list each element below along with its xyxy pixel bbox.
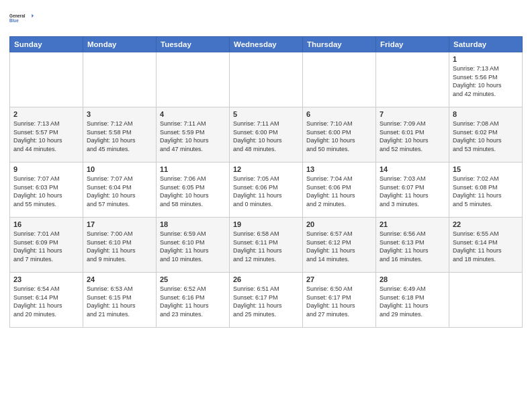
day-info-5: Sunrise: 7:11 AMSunset: 6:00 PMDaylight:… [233, 120, 299, 153]
day-number-26: 26 [233, 275, 299, 283]
empty-cell [157, 52, 230, 107]
day-number-8: 8 [453, 110, 519, 118]
day-4: 4Sunrise: 7:11 AMSunset: 5:59 PMDaylight… [157, 107, 230, 163]
page: General Blue SundayMondayTuesdayWednesda… [0, 0, 532, 411]
weekday-friday: Friday [376, 37, 449, 52]
day-info-25: Sunrise: 6:52 AMSunset: 6:16 PMDaylight:… [160, 285, 226, 318]
week-row-5: 23Sunrise: 6:54 AMSunset: 6:14 PMDayligh… [10, 273, 523, 328]
day-19: 19Sunrise: 6:58 AMSunset: 6:11 PMDayligh… [230, 218, 303, 273]
weekday-wednesday: Wednesday [230, 37, 303, 52]
weekday-saturday: Saturday [449, 37, 523, 52]
day-number-25: 25 [160, 275, 226, 283]
day-info-1: Sunrise: 7:13 AMSunset: 5:56 PMDaylight:… [453, 64, 519, 98]
day-info-2: Sunrise: 7:13 AMSunset: 5:57 PMDaylight:… [13, 120, 79, 153]
day-info-4: Sunrise: 7:11 AMSunset: 5:59 PMDaylight:… [160, 120, 226, 153]
weekday-header-row: SundayMondayTuesdayWednesdayThursdayFrid… [10, 37, 523, 52]
logo-svg: General Blue [9, 7, 34, 31]
day-number-11: 11 [160, 165, 226, 173]
empty-cell [230, 52, 303, 107]
day-6: 6Sunrise: 7:10 AMSunset: 6:00 PMDaylight… [303, 107, 376, 163]
day-20: 20Sunrise: 6:57 AMSunset: 6:12 PMDayligh… [303, 218, 376, 273]
week-row-2: 2Sunrise: 7:13 AMSunset: 5:57 PMDaylight… [10, 107, 523, 163]
weekday-tuesday: Tuesday [157, 37, 230, 52]
day-13: 13Sunrise: 7:04 AMSunset: 6:06 PMDayligh… [303, 163, 376, 218]
day-info-19: Sunrise: 6:58 AMSunset: 6:11 PMDaylight:… [233, 230, 299, 263]
day-info-28: Sunrise: 6:49 AMSunset: 6:18 PMDaylight:… [380, 285, 445, 318]
empty-cell [449, 273, 523, 328]
day-number-3: 3 [87, 110, 152, 118]
weekday-sunday: Sunday [10, 37, 83, 52]
day-info-17: Sunrise: 7:00 AMSunset: 6:10 PMDaylight:… [87, 230, 152, 263]
empty-cell [376, 52, 449, 107]
logo: General Blue [9, 7, 34, 31]
day-16: 16Sunrise: 7:01 AMSunset: 6:09 PMDayligh… [10, 218, 83, 273]
header: General Blue [9, 7, 523, 31]
day-27: 27Sunrise: 6:50 AMSunset: 6:17 PMDayligh… [303, 273, 376, 328]
day-12: 12Sunrise: 7:05 AMSunset: 6:06 PMDayligh… [230, 163, 303, 218]
day-number-9: 9 [13, 165, 79, 173]
svg-marker-2 [32, 14, 34, 17]
day-info-7: Sunrise: 7:09 AMSunset: 6:01 PMDaylight:… [380, 120, 445, 153]
day-number-15: 15 [453, 165, 519, 173]
day-number-13: 13 [306, 165, 372, 173]
day-5: 5Sunrise: 7:11 AMSunset: 6:00 PMDaylight… [230, 107, 303, 163]
day-number-1: 1 [453, 55, 519, 63]
day-number-14: 14 [380, 165, 445, 173]
svg-text:Blue: Blue [9, 18, 19, 23]
empty-cell [10, 52, 83, 107]
day-info-16: Sunrise: 7:01 AMSunset: 6:09 PMDaylight:… [13, 230, 79, 263]
day-info-11: Sunrise: 7:06 AMSunset: 6:05 PMDaylight:… [160, 175, 226, 208]
week-row-4: 16Sunrise: 7:01 AMSunset: 6:09 PMDayligh… [10, 218, 523, 273]
day-number-22: 22 [453, 220, 519, 228]
day-number-2: 2 [13, 110, 79, 118]
empty-cell [83, 52, 157, 107]
empty-cell [303, 52, 376, 107]
day-11: 11Sunrise: 7:06 AMSunset: 6:05 PMDayligh… [157, 163, 230, 218]
weekday-thursday: Thursday [303, 37, 376, 52]
day-18: 18Sunrise: 6:59 AMSunset: 6:10 PMDayligh… [157, 218, 230, 273]
day-info-26: Sunrise: 6:51 AMSunset: 6:17 PMDaylight:… [233, 285, 299, 318]
day-info-22: Sunrise: 6:55 AMSunset: 6:14 PMDaylight:… [453, 230, 519, 263]
day-info-3: Sunrise: 7:12 AMSunset: 5:58 PMDaylight:… [87, 120, 152, 153]
day-1: 1Sunrise: 7:13 AMSunset: 5:56 PMDaylight… [449, 52, 523, 107]
svg-text:General: General [9, 13, 26, 18]
day-info-13: Sunrise: 7:04 AMSunset: 6:06 PMDaylight:… [306, 175, 372, 208]
week-row-1: 1Sunrise: 7:13 AMSunset: 5:56 PMDaylight… [10, 52, 523, 107]
day-10: 10Sunrise: 7:07 AMSunset: 6:04 PMDayligh… [83, 163, 157, 218]
day-info-10: Sunrise: 7:07 AMSunset: 6:04 PMDaylight:… [87, 175, 152, 208]
day-number-18: 18 [160, 220, 226, 228]
day-9: 9Sunrise: 7:07 AMSunset: 6:03 PMDaylight… [10, 163, 83, 218]
day-number-5: 5 [233, 110, 299, 118]
day-14: 14Sunrise: 7:03 AMSunset: 6:07 PMDayligh… [376, 163, 449, 218]
day-28: 28Sunrise: 6:49 AMSunset: 6:18 PMDayligh… [376, 273, 449, 328]
day-number-7: 7 [380, 110, 445, 118]
day-26: 26Sunrise: 6:51 AMSunset: 6:17 PMDayligh… [230, 273, 303, 328]
day-8: 8Sunrise: 7:08 AMSunset: 6:02 PMDaylight… [449, 107, 523, 163]
day-number-24: 24 [87, 275, 152, 283]
day-25: 25Sunrise: 6:52 AMSunset: 6:16 PMDayligh… [157, 273, 230, 328]
day-21: 21Sunrise: 6:56 AMSunset: 6:13 PMDayligh… [376, 218, 449, 273]
day-info-27: Sunrise: 6:50 AMSunset: 6:17 PMDaylight:… [306, 285, 372, 318]
day-number-27: 27 [306, 275, 372, 283]
day-2: 2Sunrise: 7:13 AMSunset: 5:57 PMDaylight… [10, 107, 83, 163]
day-info-24: Sunrise: 6:53 AMSunset: 6:15 PMDaylight:… [87, 285, 152, 318]
day-3: 3Sunrise: 7:12 AMSunset: 5:58 PMDaylight… [83, 107, 157, 163]
day-info-8: Sunrise: 7:08 AMSunset: 6:02 PMDaylight:… [453, 120, 519, 153]
day-info-14: Sunrise: 7:03 AMSunset: 6:07 PMDaylight:… [380, 175, 445, 208]
day-info-9: Sunrise: 7:07 AMSunset: 6:03 PMDaylight:… [13, 175, 79, 208]
day-info-6: Sunrise: 7:10 AMSunset: 6:00 PMDaylight:… [306, 120, 372, 153]
calendar-table: SundayMondayTuesdayWednesdayThursdayFrid… [9, 36, 523, 328]
day-number-20: 20 [306, 220, 372, 228]
day-7: 7Sunrise: 7:09 AMSunset: 6:01 PMDaylight… [376, 107, 449, 163]
day-22: 22Sunrise: 6:55 AMSunset: 6:14 PMDayligh… [449, 218, 523, 273]
day-number-16: 16 [13, 220, 79, 228]
day-24: 24Sunrise: 6:53 AMSunset: 6:15 PMDayligh… [83, 273, 157, 328]
day-number-23: 23 [13, 275, 79, 283]
day-15: 15Sunrise: 7:02 AMSunset: 6:08 PMDayligh… [449, 163, 523, 218]
day-number-21: 21 [380, 220, 445, 228]
day-number-12: 12 [233, 165, 299, 173]
day-number-4: 4 [160, 110, 226, 118]
day-number-6: 6 [306, 110, 372, 118]
week-row-3: 9Sunrise: 7:07 AMSunset: 6:03 PMDaylight… [10, 163, 523, 218]
day-info-20: Sunrise: 6:57 AMSunset: 6:12 PMDaylight:… [306, 230, 372, 263]
